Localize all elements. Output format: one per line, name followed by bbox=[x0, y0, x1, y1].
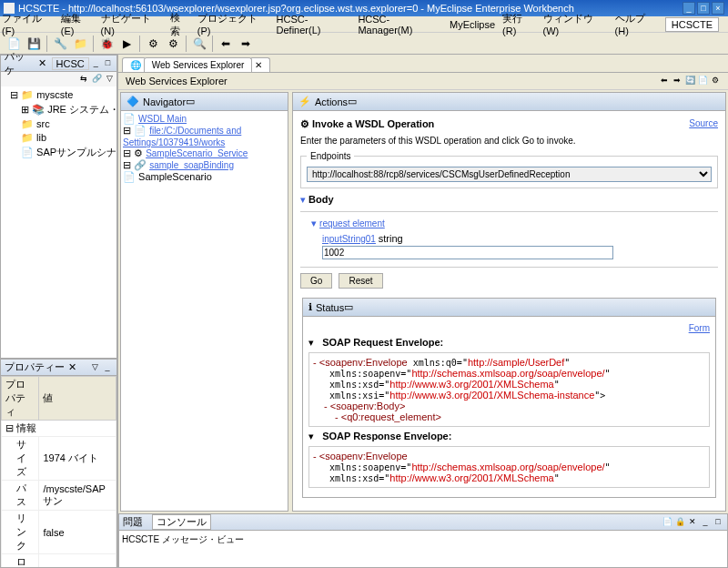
view-title: プロパティー bbox=[5, 360, 65, 374]
forward-icon[interactable]: ➡ bbox=[237, 35, 255, 53]
table-row: リンクfalse bbox=[2, 511, 116, 554]
soap-req-title: SOAP Request Envelope: bbox=[322, 337, 443, 348]
maximize-button[interactable]: □ bbox=[697, 2, 710, 15]
forward-icon[interactable]: ➡ bbox=[672, 76, 682, 86]
minimize-icon[interactable]: _ bbox=[91, 58, 101, 69]
pin-label[interactable]: HCSC bbox=[52, 57, 89, 70]
tool-icon[interactable]: 🔒 bbox=[674, 517, 685, 528]
navigator-panel: 🔷Navigator▭ 📄 WSDL Main ⊟ 📄 file:/C:/Doc… bbox=[120, 92, 288, 512]
package-explorer-header: パッケ ✕ HCSC _ □ bbox=[1, 56, 116, 72]
properties-table: プロパティ値 ⊟ 情報 サイズ1974 バイト パス/myscste/SAPサン… bbox=[1, 376, 116, 567]
collapse-icon[interactable]: ⇆ bbox=[78, 74, 89, 85]
menu-hcsc-definer[interactable]: HCSC-Definer(L) bbox=[277, 14, 351, 36]
body-toggle[interactable]: ▾ bbox=[300, 194, 306, 205]
clear-icon[interactable]: ✕ bbox=[687, 517, 698, 528]
endpoints-fieldset: Endpoints http://localhost:88/rcp8/servi… bbox=[300, 151, 718, 188]
menu-project[interactable]: プロジェクト(P) bbox=[197, 12, 269, 36]
tree-jre: ⊞ 📚 JRE システム・ライブラリ [ bbox=[3, 102, 115, 117]
menu-window[interactable]: ウィンドウ(W) bbox=[543, 12, 608, 36]
link-icon[interactable]: 🔗 bbox=[91, 74, 102, 85]
wse-toolbar: Web Services Explorer ⬅ ➡ 🔄 📄 ⚙ bbox=[118, 73, 728, 90]
tool-icon[interactable]: 📄 bbox=[697, 76, 708, 86]
actions-title: Actions bbox=[315, 96, 348, 107]
table-row: ロケーションC:¥Documents and ... bbox=[2, 554, 116, 568]
tree-src: 📁 src bbox=[3, 117, 115, 131]
package-tree[interactable]: ⊟ 📁 myscste ⊞ 📚 JRE システム・ライブラリ [ 📁 src 📁… bbox=[1, 86, 116, 358]
tree-lib: 📁 lib bbox=[3, 131, 115, 145]
menu-navigate[interactable]: ナビゲート(N) bbox=[101, 12, 164, 36]
back-icon[interactable]: ⬅ bbox=[659, 76, 670, 86]
menu-file[interactable]: ファイル(F) bbox=[2, 12, 54, 36]
table-row: パス/myscste/SAPサン bbox=[2, 481, 116, 511]
tool-icon[interactable]: ⚙ bbox=[144, 35, 162, 53]
menu-bar: ファイル(F) 編集(E) ナビゲート(N) 検索 プロジェクト(P) HCSC… bbox=[0, 16, 728, 33]
run-icon[interactable]: ▶ bbox=[117, 35, 136, 53]
collapse-icon[interactable]: ▭ bbox=[348, 96, 357, 107]
status-title: Status bbox=[316, 302, 344, 313]
refresh-icon[interactable]: 🔄 bbox=[684, 76, 695, 86]
tool-icon[interactable]: 🔧 bbox=[51, 35, 69, 53]
menu-help[interactable]: ヘルプ(H) bbox=[615, 12, 658, 36]
search-icon[interactable]: 🔍 bbox=[190, 35, 208, 53]
tool-icon[interactable]: ⚙ bbox=[164, 35, 182, 53]
nav-selected: SampleScenario bbox=[138, 171, 212, 182]
perspective-button[interactable]: HCSCTE bbox=[665, 17, 719, 32]
prop-group: ⊟ 情報 bbox=[2, 421, 116, 437]
minimize-button[interactable]: _ bbox=[682, 2, 695, 15]
editor-tabs: 🌐 Web Services Explorer ✕ bbox=[118, 55, 728, 73]
reset-button[interactable]: Reset bbox=[339, 273, 382, 289]
collapse-icon[interactable]: ▭ bbox=[344, 301, 353, 313]
tool-icon[interactable]: ⚙ bbox=[710, 76, 721, 86]
breadcrumb: Web Services Explorer bbox=[126, 76, 228, 86]
tab-wse[interactable]: 🌐 Web Services Explorer ✕ bbox=[122, 57, 270, 72]
op-title: Invoke a WSDL Operation bbox=[312, 118, 434, 129]
tool-icon[interactable]: 📁 bbox=[71, 35, 89, 53]
maximize-icon[interactable]: □ bbox=[713, 517, 723, 528]
op-desc: Enter the parameters of this WSDL operat… bbox=[300, 136, 718, 146]
menu-icon[interactable]: ▽ bbox=[89, 362, 100, 373]
properties-header: プロパティー ✕ ▽ _ bbox=[1, 360, 116, 376]
param-link[interactable]: inputString01 bbox=[322, 234, 376, 244]
navigator-tree[interactable]: 📄 WSDL Main ⊟ 📄 file:/C:/Documents and S… bbox=[121, 111, 288, 511]
minimize-icon[interactable]: _ bbox=[700, 517, 711, 528]
menu-myeclipse[interactable]: MyEclipse bbox=[450, 19, 495, 30]
back-icon[interactable]: ⬅ bbox=[217, 35, 235, 53]
menu-icon[interactable]: ▽ bbox=[104, 74, 115, 85]
soap-response: - <soapenv:Envelope xmlns:soapenv="http:… bbox=[308, 446, 710, 488]
close-button[interactable]: × bbox=[712, 2, 724, 15]
soap-res-title: SOAP Response Envelope: bbox=[322, 431, 451, 441]
tree-wsdl: 📄 SAPサンプルシナリオ.wsdl bbox=[3, 145, 115, 160]
tab-problems[interactable]: 問題 bbox=[123, 515, 143, 529]
form-link[interactable]: Form bbox=[689, 323, 710, 333]
tree-project: ⊟ 📁 myscste bbox=[3, 88, 115, 102]
menu-edit[interactable]: 編集(E) bbox=[61, 12, 94, 36]
minimize-icon[interactable]: _ bbox=[102, 362, 113, 373]
req-toggle[interactable]: ▾ bbox=[311, 218, 317, 228]
console-header: 問題 コンソール 📄 🔒 ✕ _ □ bbox=[119, 514, 727, 531]
source-link[interactable]: Source bbox=[689, 118, 718, 130]
go-button[interactable]: Go bbox=[300, 273, 332, 289]
debug-icon[interactable]: 🐞 bbox=[97, 35, 116, 53]
table-row: サイズ1974 バイト bbox=[2, 437, 116, 481]
soap-request: - <soapenv:Envelope xmlns:q0="http://sam… bbox=[308, 352, 710, 427]
nav-title: Navigator bbox=[143, 96, 186, 107]
actions-panel: ⚡Actions▭ ⚙ Invoke a WSDL Operation Sour… bbox=[292, 92, 726, 512]
endpoint-select[interactable]: http://localhost:88/rcp8/services/CSCMsg… bbox=[307, 167, 712, 182]
tab-console[interactable]: コンソール bbox=[152, 514, 211, 530]
menu-hcsc-manager[interactable]: HCSC-Manager(M) bbox=[358, 14, 442, 36]
collapse-icon[interactable]: ▭ bbox=[186, 96, 195, 107]
maximize-icon[interactable]: □ bbox=[103, 58, 113, 69]
menu-run[interactable]: 実行(R) bbox=[502, 12, 535, 36]
console-body: HCSCTE メッセージ・ビュー bbox=[119, 531, 727, 567]
tool-icon[interactable]: 📄 bbox=[662, 517, 672, 528]
request-element-link[interactable]: request element bbox=[319, 218, 385, 228]
param-input[interactable] bbox=[322, 246, 613, 259]
